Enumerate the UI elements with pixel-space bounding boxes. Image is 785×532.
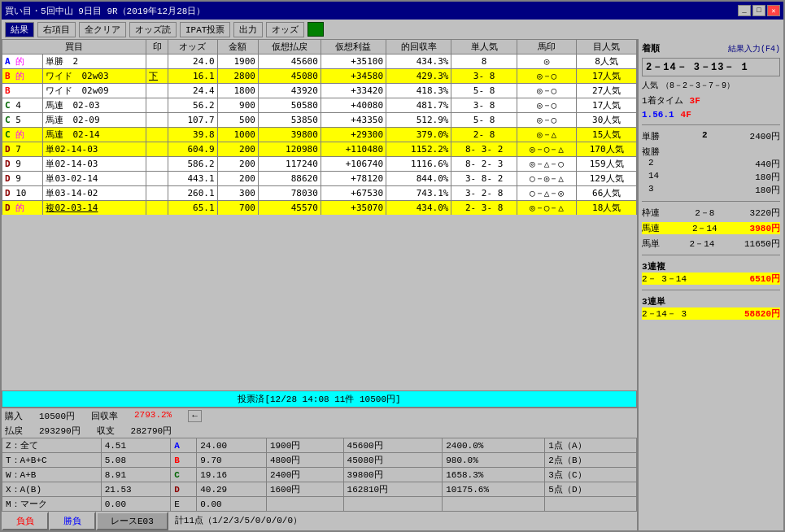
stats-w-c: C <box>171 468 197 482</box>
table-row[interactable]: D 7 単02-14-03 604.9 200 120980 +110480 1… <box>2 142 637 157</box>
time-label: 1着タイム <box>642 94 683 107</box>
row-mark <box>146 201 168 216</box>
row-recovery: 434.0% <box>386 201 451 216</box>
row-amount: 500 <box>217 113 258 128</box>
count-label: 計11点（1/2/3/5/0/0/0/0） <box>168 512 308 530</box>
table-row[interactable]: B ワイド 02w09 24.4 1800 43920 +33420 418.3… <box>2 84 637 98</box>
row-mark <box>146 84 168 98</box>
payout-val: 293290円 <box>39 425 81 437</box>
row-tanpop: 2- 3- 8 <box>451 201 517 216</box>
row-bet: 馬連 02-09 <box>43 113 146 128</box>
table-row[interactable]: D 9 単03-02-14 443.1 200 88620 +78120 844… <box>2 172 637 186</box>
col-header-mark: 印 <box>146 40 168 55</box>
row-group: D 7 <box>2 142 43 157</box>
stats-t-pay: 45080円 <box>343 453 443 468</box>
stats-t-label: T：A+B+C <box>2 453 102 468</box>
row-amount: 200 <box>217 142 258 157</box>
menu-right-item[interactable]: 右項目 <box>37 22 76 37</box>
row-eyepop: 66人気 <box>577 186 637 201</box>
lap-num: 4F <box>681 110 691 120</box>
row-mark <box>146 128 168 142</box>
umatan-label: 馬単 <box>642 238 660 250</box>
ninki-val: （8－2－3－7－9） <box>661 80 735 91</box>
fukusho-num-1: 2 <box>648 158 654 170</box>
row-recovery: 418.3% <box>386 84 451 98</box>
col-header-buyme: 買目 <box>2 40 146 55</box>
row-payout: 45570 <box>258 201 321 216</box>
green-icon <box>307 22 324 37</box>
sanrenpu-section: 3連複 2－ 3－14 6510円 <box>642 260 780 285</box>
fukusho-row-3: 3 180円 <box>648 184 780 196</box>
lap-row: 1.56.1 4F <box>642 110 780 120</box>
fukusho-row-2: 14 180円 <box>648 171 780 183</box>
row-profit: +43350 <box>321 113 386 128</box>
umaren-label: 馬連 <box>642 222 660 234</box>
row-recovery: 844.0% <box>386 172 451 186</box>
wakuren-nums: 2－8 <box>695 207 714 219</box>
sanrenpu-amount: 6510円 <box>750 273 780 285</box>
col-header-odds: オッズ <box>168 40 217 55</box>
close-button[interactable]: ✕ <box>767 5 780 16</box>
menu-ipat[interactable]: IPAT投票 <box>180 22 230 37</box>
minimize-button[interactable]: _ <box>738 5 751 16</box>
stats-t-pts: 2点（B） <box>545 453 637 468</box>
status-bar: 投票済[12/28 14:08 11件 10500円] <box>2 390 637 408</box>
table-row[interactable]: A 的 単勝 2 24.0 1900 45600 +35100 434.3% 8… <box>2 55 637 69</box>
row-recovery: 379.0% <box>386 128 451 142</box>
table-row[interactable]: C 4 馬連 02-03 56.2 900 50580 +40080 481.7… <box>2 98 637 113</box>
stats-m-v1: 0.00 <box>101 497 171 512</box>
win-button[interactable]: 勝負 <box>49 512 96 530</box>
row-tanpop: 2- 8 <box>451 128 517 142</box>
result-input-label[interactable]: 結果入力(F4) <box>728 43 780 55</box>
sanrentan-amount: 58820円 <box>744 307 780 320</box>
table-row[interactable]: D 9 単02-14-03 586.2 200 117240 +106740 1… <box>2 157 637 172</box>
row-eyepop: 27人気 <box>577 84 637 98</box>
row-horsemark: ◎－○－△ <box>517 201 577 216</box>
maximize-button[interactable]: □ <box>752 5 765 16</box>
wakuren-label: 枠連 <box>642 207 660 219</box>
row-group: B <box>2 84 43 98</box>
right-panel: 着順 結果入力(F4) 2－14－ 3－13－ 1 人気 （8－2－3－7－9）… <box>637 39 783 530</box>
menu-odds[interactable]: オッズ <box>266 22 304 37</box>
wakuren-amount: 3220円 <box>750 207 780 219</box>
sanrentan-section: 3連単 2－14－ 3 58820円 <box>642 295 780 320</box>
menu-odds-read[interactable]: オッズ読 <box>129 22 177 37</box>
row-mark <box>146 98 168 113</box>
menu-all-clear[interactable]: 全クリア <box>79 22 126 37</box>
col-header-horsemark: 馬印 <box>517 40 577 55</box>
table-row[interactable]: D 的 複02-03-14 65.1 700 45570 +35070 434.… <box>2 201 637 216</box>
table-row[interactable]: C 的 馬連 02-14 39.8 1000 39800 +29300 379.… <box>2 128 637 142</box>
row-horsemark: ○－◎－△ <box>517 172 577 186</box>
row-payout: 43920 <box>258 84 321 98</box>
row-amount: 300 <box>217 186 258 201</box>
race-button[interactable]: レースE03 <box>96 512 168 530</box>
table-row[interactable]: B 的 ワイド 02w03 下 16.1 2800 45080 +34580 4… <box>2 69 637 84</box>
row-profit: +34580 <box>321 69 386 84</box>
row-horsemark: ○－△－◎ <box>517 186 577 201</box>
menu-output[interactable]: 出力 <box>233 22 263 37</box>
fukusho-label: 複勝 <box>642 147 660 157</box>
row-tanpop: 5- 8 <box>451 113 517 128</box>
menu-kekka[interactable]: 結果 <box>5 22 34 37</box>
row-eyepop: 8人気 <box>577 55 637 69</box>
row-payout: 117240 <box>258 157 321 172</box>
stats-x-rate: 10175.6% <box>443 482 545 497</box>
row-eyepop: 159人気 <box>577 157 637 172</box>
time-row: 1着タイム 3F <box>642 94 780 107</box>
lose-button[interactable]: 負負 <box>2 512 49 530</box>
row-eyepop: 30人気 <box>577 113 637 128</box>
sanrentan-label: 3連単 <box>642 295 780 307</box>
stats-w-amt: 2400円 <box>266 468 343 482</box>
stats-x-pts: 5点（D） <box>545 482 637 497</box>
tansho-label: 単勝 <box>642 130 660 142</box>
tansho-row: 単勝 2 2400円 <box>642 130 780 142</box>
collection-label: 収支 <box>97 425 115 437</box>
table-row[interactable]: D 10 単03-14-02 260.1 300 78030 +67530 74… <box>2 186 637 201</box>
umaren-row: 馬連 2－14 3980円 <box>642 222 780 234</box>
table-row[interactable]: C 5 馬連 02-09 107.7 500 53850 +43350 512.… <box>2 113 637 128</box>
stats-w-rate: 1658.3% <box>443 468 545 482</box>
back-arrow-button[interactable]: ← <box>188 410 202 422</box>
col-header-recovery: 的回収率 <box>386 40 451 55</box>
row-amount: 200 <box>217 172 258 186</box>
collection-val: 282790円 <box>131 425 172 437</box>
